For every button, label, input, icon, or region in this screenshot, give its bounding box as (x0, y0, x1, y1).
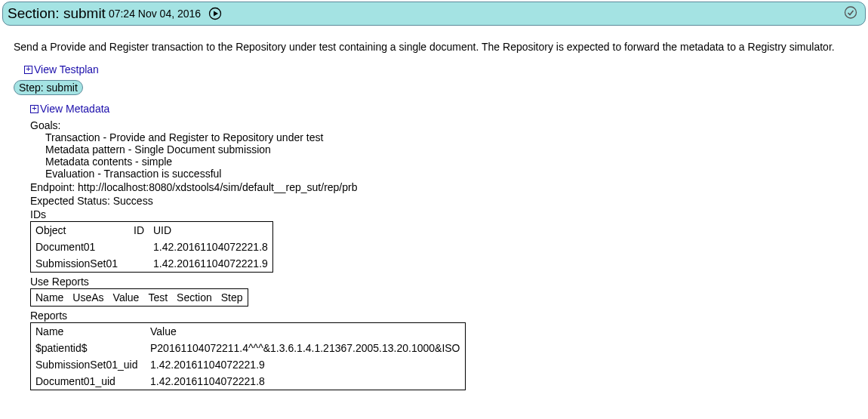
status-check-icon (844, 6, 857, 22)
goals-list: Transaction - Provide and Register to Re… (30, 131, 854, 180)
table-row: SubmissionSet01_uid 1.42.20161104072221.… (31, 356, 465, 373)
col-step: Step (217, 289, 248, 306)
play-icon[interactable] (208, 7, 222, 20)
col-name: Name (31, 323, 146, 340)
list-item: Transaction - Provide and Register to Re… (45, 131, 854, 143)
cell-uid: 1.42.20161104072221.9 (149, 255, 272, 272)
reports-table: Name Value $patientid$ P20161104072211.4… (30, 322, 466, 390)
cell-value: 1.42.20161104072221.8 (146, 373, 465, 390)
col-name: Name (31, 289, 68, 306)
cell-name: SubmissionSet01_uid (31, 356, 146, 373)
step-container: Step: submit (14, 80, 854, 95)
col-object: Object (31, 222, 129, 239)
section-description: Send a Provide and Register transaction … (14, 41, 854, 53)
col-useas: UseAs (68, 289, 108, 306)
table-header-row: Name UseAs Value Test Section Step (31, 289, 248, 306)
section-title: Section: submit (8, 5, 106, 22)
table-row: Document01_uid 1.42.20161104072221.8 (31, 373, 465, 390)
cell-object: Document01 (31, 239, 129, 255)
reports-heading: Reports (30, 310, 854, 322)
step-pill[interactable]: Step: submit (14, 80, 83, 95)
svg-point-2 (845, 7, 857, 18)
table-row: $patientid$ P20161104072211.4^^^&1.3.6.1… (31, 340, 465, 356)
cell-uid: 1.42.20161104072221.8 (149, 239, 272, 255)
step-body: + View Metadata Goals: Transaction - Pro… (14, 103, 854, 390)
svg-marker-1 (214, 11, 218, 17)
view-metadata-link[interactable]: + View Metadata (30, 103, 854, 115)
col-id: ID (129, 222, 149, 239)
view-metadata-label: View Metadata (40, 103, 109, 115)
section-header[interactable]: Section: submit 07:24 Nov 04, 2016 (2, 2, 866, 26)
goals-block: Goals: Transaction - Provide and Registe… (30, 119, 854, 180)
expected-status-line: Expected Status: Success (30, 195, 854, 207)
expand-icon: + (24, 66, 32, 74)
list-item: Evaluation - Transaction is successful (45, 168, 854, 180)
expand-icon: + (30, 105, 38, 113)
table-row: Document01 1.42.20161104072221.8 (31, 239, 272, 255)
col-uid: UID (149, 222, 272, 239)
cell-object: SubmissionSet01 (31, 255, 129, 272)
use-reports-heading: Use Reports (30, 276, 854, 288)
table-row: SubmissionSet01 1.42.20161104072221.9 (31, 255, 272, 272)
cell-value: 1.42.20161104072221.9 (146, 356, 465, 373)
use-reports-table: Name UseAs Value Test Section Step (30, 288, 248, 307)
cell-id (129, 255, 149, 272)
view-testplan-link[interactable]: + View Testplan (14, 63, 854, 75)
ids-heading: IDs (30, 208, 854, 220)
section-content: Send a Provide and Register transaction … (0, 27, 868, 390)
col-value: Value (109, 289, 144, 306)
cell-name: Document01_uid (31, 373, 146, 390)
section-timestamp: 07:24 Nov 04, 2016 (109, 8, 201, 20)
cell-value: P20161104072211.4^^^&1.3.6.1.4.1.21367.2… (146, 340, 465, 356)
col-value: Value (146, 323, 465, 340)
endpoint-line: Endpoint: http://localhost:8080/xdstools… (30, 181, 854, 193)
view-testplan-label: View Testplan (34, 63, 99, 75)
cell-id (129, 239, 149, 255)
cell-name: $patientid$ (31, 340, 146, 356)
col-test: Test (143, 289, 172, 306)
col-section: Section (172, 289, 217, 306)
goals-heading: Goals: (30, 119, 854, 131)
list-item: Metadata contents - simple (45, 156, 854, 168)
ids-table: Object ID UID Document01 1.42.2016110407… (30, 221, 273, 273)
step-label: Step: submit (19, 82, 78, 94)
table-header-row: Object ID UID (31, 222, 272, 239)
table-header-row: Name Value (31, 323, 465, 340)
list-item: Metadata pattern - Single Document submi… (45, 143, 854, 156)
